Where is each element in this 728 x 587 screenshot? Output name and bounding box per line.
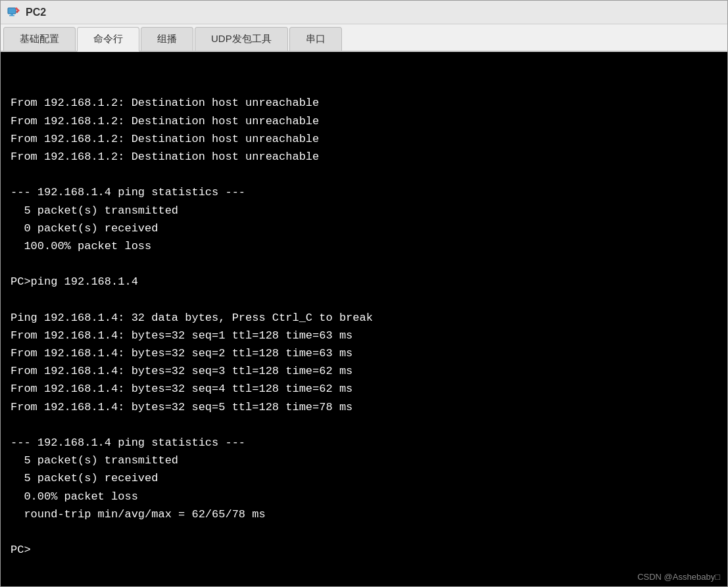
terminal-line: From 192.168.1.2: Destination host unrea… xyxy=(11,94,717,112)
terminal-line: round-trip min/avg/max = 62/65/78 ms xyxy=(11,505,717,523)
terminal-line: From 192.168.1.2: Destination host unrea… xyxy=(11,148,717,166)
title-bar: PC2 xyxy=(1,1,727,24)
tab-udp-tool[interactable]: UDP发包工具 xyxy=(195,27,288,51)
terminal-line: 0.00% packet loss xyxy=(11,488,717,505)
terminal-line: 5 packet(s) received xyxy=(11,469,717,487)
svg-rect-1 xyxy=(11,14,13,15)
terminal-line xyxy=(11,166,717,183)
pc-icon xyxy=(7,6,20,19)
tab-multicast[interactable]: 组播 xyxy=(141,27,193,51)
terminal-line: 5 packet(s) transmitted xyxy=(11,452,717,469)
terminal-line: From 192.168.1.4: bytes=32 seq=5 ttl=128… xyxy=(11,398,717,416)
tab-bar: 基础配置 命令行 组播 UDP发包工具 串口 xyxy=(1,24,727,52)
svg-rect-2 xyxy=(9,15,14,16)
terminal-line: From 192.168.1.4: bytes=32 seq=1 ttl=128… xyxy=(11,327,717,344)
tab-serial[interactable]: 串口 xyxy=(289,27,342,51)
terminal-line: From 192.168.1.4: bytes=32 seq=2 ttl=128… xyxy=(11,344,717,362)
terminal-line: From 192.168.1.4: bytes=32 seq=3 ttl=128… xyxy=(11,362,717,380)
terminal-line: PC>ping 192.168.1.4 xyxy=(11,273,717,291)
terminal-line xyxy=(11,255,717,273)
terminal-line: From 192.168.1.4: bytes=32 seq=4 ttl=128… xyxy=(11,380,717,398)
terminal-line: 100.00% packet loss xyxy=(11,237,717,255)
terminal-line: PC> xyxy=(11,541,717,559)
terminal-line xyxy=(11,291,717,308)
tab-command-line[interactable]: 命令行 xyxy=(77,27,139,52)
watermark: CSDN @Asshebaby□ xyxy=(637,572,720,582)
terminal-line: From 192.168.1.2: Destination host unrea… xyxy=(11,112,717,130)
terminal-line: 5 packet(s) transmitted xyxy=(11,202,717,220)
terminal-line: --- 192.168.1.4 ping statistics --- xyxy=(11,183,717,201)
main-window: PC2 基础配置 命令行 组播 UDP发包工具 串口 From 192.168.… xyxy=(0,0,728,587)
window-title: PC2 xyxy=(26,7,46,18)
svg-rect-0 xyxy=(8,8,16,14)
terminal-line: 0 packet(s) received xyxy=(11,220,717,237)
terminal-output[interactable]: From 192.168.1.2: Destination host unrea… xyxy=(1,52,727,586)
terminal-line xyxy=(11,523,717,541)
terminal-line: From 192.168.1.2: Destination host unrea… xyxy=(11,130,717,148)
terminal-line: Ping 192.168.1.4: 32 data bytes, Press C… xyxy=(11,309,717,327)
terminal-line xyxy=(11,416,717,434)
terminal-line: --- 192.168.1.4 ping statistics --- xyxy=(11,434,717,452)
tab-basic-config[interactable]: 基础配置 xyxy=(3,27,76,51)
